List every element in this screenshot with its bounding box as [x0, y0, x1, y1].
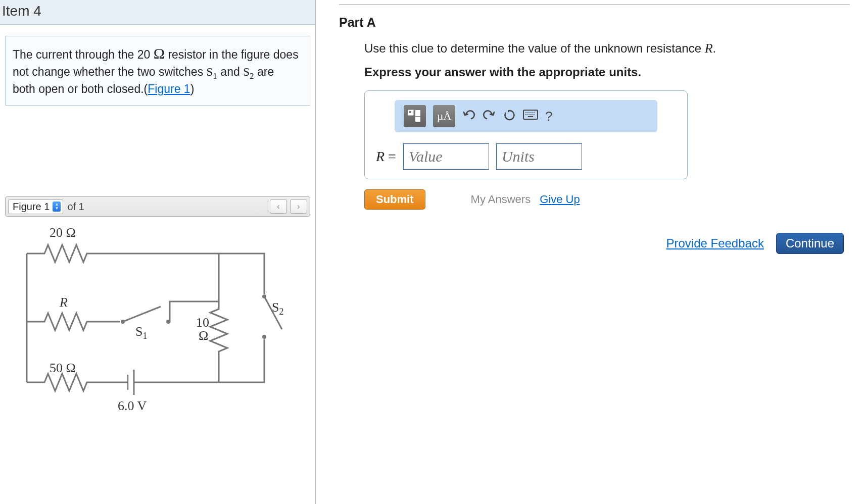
undo-button[interactable]: [462, 109, 475, 124]
item-title: Item 4: [0, 0, 315, 25]
feedback-row: Provide Feedback Continue: [339, 233, 844, 254]
figure-prev-button[interactable]: ‹: [270, 199, 287, 214]
label-R: R: [59, 295, 68, 310]
prompt-text: not change whether the two switches: [13, 65, 207, 78]
prompt-text: ): [190, 82, 195, 95]
equation-toolbar: µÅ ?: [395, 100, 657, 132]
reset-button[interactable]: [503, 109, 516, 124]
label-S1: S1: [135, 324, 147, 341]
figure-link[interactable]: Figure 1: [148, 82, 190, 95]
prompt-text: both open or both closed.(: [13, 82, 148, 95]
svg-point-3: [262, 335, 266, 339]
figure-count: of 1: [67, 201, 84, 213]
left-panel: Item 4 The current through the 20 Ω resi…: [0, 0, 316, 504]
svg-rect-7: [409, 111, 411, 113]
problem-statement: The current through the 20 Ω resistor in…: [5, 36, 310, 106]
period: .: [713, 41, 716, 55]
instruction-main: Use this clue to determine the value of …: [364, 41, 705, 55]
units-button[interactable]: µÅ: [433, 105, 455, 127]
right-panel: Part A Use this clue to determine the va…: [316, 0, 865, 504]
prompt-text: and: [217, 65, 243, 78]
figure-1-circuit: .wire { stroke:#777; stroke-width:3; fil…: [9, 226, 309, 440]
figure-toolbar: Figure 1 ▲▼ of 1 ‹ ›: [5, 196, 310, 217]
part-a-title: Part A: [339, 15, 850, 30]
updown-icon: ▲▼: [53, 201, 61, 212]
figure-next-button[interactable]: ›: [290, 199, 307, 214]
units-label: µÅ: [437, 110, 452, 123]
my-answers-link[interactable]: My Answers: [471, 193, 531, 206]
equation-row: R =: [365, 143, 687, 170]
svg-rect-9: [415, 117, 420, 122]
label-10unit: Ω: [199, 328, 208, 343]
omega-icon: Ω: [154, 45, 165, 62]
units-instruction: Express your answer with the appropriate…: [364, 65, 850, 79]
answer-variable: R =: [376, 148, 396, 165]
template-button[interactable]: [404, 105, 426, 127]
prompt-text: resistor in the figure does: [165, 48, 299, 61]
provide-feedback-link[interactable]: Provide Feedback: [666, 236, 763, 250]
figure-select-label: Figure 1: [13, 201, 50, 213]
label-20ohm: 20 Ω: [50, 226, 76, 240]
var-s1: S1: [207, 66, 217, 78]
help-button[interactable]: ?: [545, 109, 552, 124]
figure-select[interactable]: Figure 1 ▲▼: [8, 199, 63, 214]
instruction-text: Use this clue to determine the value of …: [364, 41, 850, 56]
svg-rect-8: [415, 110, 420, 115]
keyboard-button[interactable]: [523, 110, 538, 123]
prompt-text: The current through the 20: [13, 48, 154, 61]
submit-row: Submit My Answers Give Up: [364, 189, 850, 210]
label-10: 10: [196, 315, 209, 330]
answer-box: µÅ ? R =: [364, 90, 688, 179]
submit-button[interactable]: Submit: [364, 189, 425, 210]
redo-button[interactable]: [483, 109, 496, 124]
label-volt: 6.0 V: [118, 398, 147, 413]
give-up-link[interactable]: Give Up: [540, 193, 580, 206]
label-S2: S2: [272, 300, 283, 317]
divider: [339, 4, 850, 5]
var-R: R: [705, 41, 713, 56]
prompt-text: are: [254, 65, 274, 78]
var-s2: S2: [243, 66, 254, 78]
value-input[interactable]: [403, 143, 489, 170]
continue-button[interactable]: Continue: [776, 233, 844, 254]
units-input[interactable]: [496, 143, 582, 170]
